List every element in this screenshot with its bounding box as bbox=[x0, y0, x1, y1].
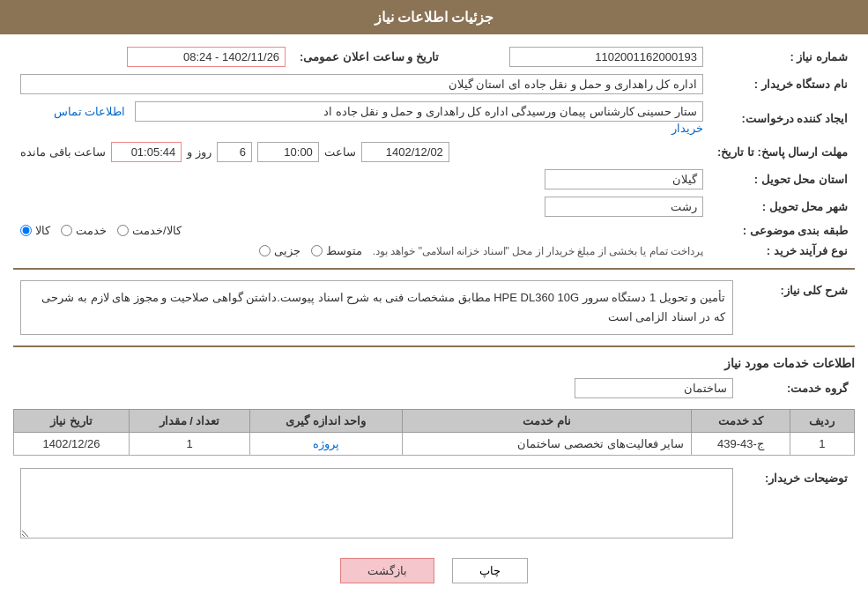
namDastgah-value: اداره کل راهداری و حمل و نقل جاده ای است… bbox=[20, 74, 703, 94]
bazgasht-button[interactable]: بازگشت bbox=[340, 558, 434, 583]
radio-khadamat-input[interactable] bbox=[61, 225, 72, 236]
noeFarayand-label: نوع فرآیند خرید : bbox=[710, 241, 855, 261]
radio-jozi-input[interactable] bbox=[259, 245, 271, 256]
rooz-pasokh: 6 bbox=[217, 142, 252, 162]
baghi-mande-value: 01:05:44 bbox=[111, 142, 182, 162]
radio-jozi[interactable]: جزیی bbox=[259, 244, 300, 257]
mohlatErsal-label: مهلت ارسال پاسخ: تا تاریخ: bbox=[710, 138, 855, 166]
radio-khadamat[interactable]: خدمت bbox=[61, 224, 107, 237]
saat-label: ساعت bbox=[324, 145, 356, 159]
service-table: ردیف کد خدمت نام خدمت واحد اندازه گیری ت… bbox=[13, 409, 855, 456]
divider-2 bbox=[13, 345, 855, 347]
shomareNiaz-value: 1102001162000193 bbox=[509, 47, 703, 67]
radio-kala[interactable]: کالا bbox=[20, 224, 50, 237]
baghi-mande-label: ساعت باقی مانده bbox=[20, 145, 106, 159]
noeFarayand-text: پرداخت تمام یا بخشی از مبلغ خریدار از مح… bbox=[373, 245, 703, 257]
shahrTahvil-label: شهر محل تحویل : bbox=[710, 193, 855, 220]
tozihatKharidar-input[interactable] bbox=[20, 468, 733, 538]
sharhKolliNiaz-label: شرح کلی نیاز: bbox=[740, 277, 855, 338]
table-row: 1ج-43-439سایر فعالیت‌های تخصصی ساختمانپر… bbox=[14, 433, 855, 456]
shahrTahvil-value: رشت bbox=[545, 197, 703, 217]
ijadKonande-label: ایجاد کننده درخواست: bbox=[710, 98, 855, 138]
button-row: چاپ بازگشت bbox=[13, 558, 855, 583]
tarikhAelan-value: 1402/11/26 - 08:24 bbox=[127, 47, 286, 67]
khadamat-label: خدمت bbox=[76, 224, 107, 237]
divider-1 bbox=[13, 268, 855, 270]
kala-label: کالا bbox=[35, 224, 50, 237]
col-tarikh: تاریخ نیاز bbox=[14, 410, 130, 433]
radio-motavaset[interactable]: متوسط bbox=[311, 244, 362, 257]
col-tedad: تعداد / مقدار bbox=[130, 410, 250, 433]
shomareNiaz-label: شماره نیاز : bbox=[710, 43, 855, 71]
radio-kala-input[interactable] bbox=[20, 225, 32, 236]
tarikh-pasokh: 1402/12/02 bbox=[361, 142, 449, 162]
kalaKhadamat-label: کالا/خدمت bbox=[132, 224, 182, 237]
gruhKhadamat-value: ساختمان bbox=[575, 378, 733, 398]
page-title: جزئیات اطلاعات نیاز bbox=[0, 0, 868, 34]
ostanTahvil-value: گیلان bbox=[545, 169, 703, 189]
rooz-label: روز و bbox=[187, 145, 211, 159]
tozihatKharidar-label: توضیحات خریدار: bbox=[740, 464, 855, 545]
radio-kalaKhadamat-input[interactable] bbox=[117, 225, 129, 236]
tabaqeBandi-label: طبقه بندی موضوعی : bbox=[710, 220, 855, 241]
ostanTahvil-label: استان محل تحویل : bbox=[710, 166, 855, 193]
jozi-label: جزیی bbox=[274, 244, 300, 257]
saat-pasokh: 10:00 bbox=[257, 142, 319, 162]
col-radif: ردیف bbox=[790, 410, 854, 433]
motavaset-label: متوسط bbox=[326, 244, 362, 257]
radio-motavaset-input[interactable] bbox=[311, 245, 323, 256]
radio-kalaKhadamat[interactable]: کالا/خدمت bbox=[117, 224, 182, 237]
ijadKonande-value: ستار حسینی کارشناس پیمان ورسیدگی اداره ک… bbox=[135, 101, 703, 122]
ettelaatKhadamat-title: اطلاعات خدمات مورد نیاز bbox=[13, 356, 855, 370]
sharhKolliNiaz-value: تأمین و تحویل 1 دستگاه سرور HPE DL360 10… bbox=[20, 280, 733, 335]
tarikhAelan-label: تاریخ و ساعت اعلان عمومی: bbox=[293, 43, 446, 71]
chap-button[interactable]: چاپ bbox=[452, 558, 528, 583]
gruhKhadamat-label: گروه خدمت: bbox=[740, 375, 855, 402]
col-vahed: واحد اندازه گیری bbox=[249, 410, 402, 433]
col-nam: نام خدمت bbox=[402, 410, 691, 433]
col-kod: کد خدمت bbox=[692, 410, 790, 433]
namDastgah-label: نام دستگاه خریدار : bbox=[710, 71, 855, 98]
